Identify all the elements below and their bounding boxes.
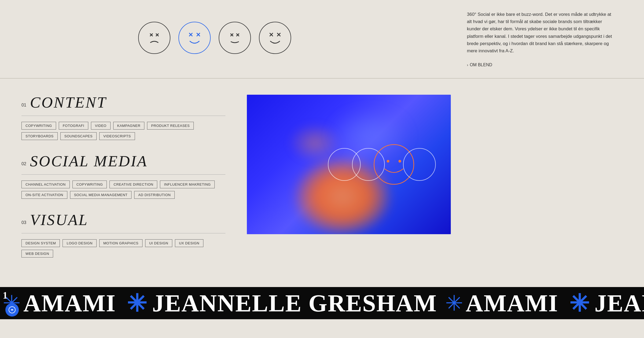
logo-icon [8,306,16,314]
visual-header: 03 VISUAL [21,212,225,228]
tag-fotografi[interactable]: FOTOGRAFI [59,122,88,130]
content-divider [21,116,225,116]
content-tags: COPYWRITING FOTOGRAFI VIDEO KAMPAGNER PR… [21,122,225,140]
visual-divider [21,233,225,233]
visual-tags: DESIGN SYSTEM LOGO DESIGN MOTION GRAPHIC… [21,239,225,258]
tag-web-design[interactable]: WEB DESIGN [21,250,53,258]
tag-videoscripts[interactable]: VIDEOSCRIPTS [99,132,135,140]
content-title: CONTENT [30,95,107,110]
content-number: 01 [21,103,26,108]
tag-ui-design[interactable]: UI DESIGN [145,239,172,247]
footer-logo [5,303,19,317]
face-2-active[interactable] [178,22,211,54]
tag-design-system[interactable]: DESIGN SYSTEM [21,239,60,247]
description-text: 360° Social er ikke bare et buzz-word. D… [467,11,617,54]
svg-point-21 [403,148,436,181]
om-blend-link[interactable]: › OM BLEND [467,63,617,67]
left-panel: 01 CONTENT COPYWRITING FOTOGRAFI VIDEO K… [21,95,225,271]
marquee-track: ✳ AMAMI ✳ JEANNELLE GRESHAM ✳ AMAMI ✳ JE… [0,289,644,317]
footer-marquee: 1 ✳ AMAMI ✳ JEANNELLE GRESHAM ✳ AMAMI ✳ … [0,287,644,319]
service-content: 01 CONTENT COPYWRITING FOTOGRAFI VIDEO K… [21,95,225,140]
hero-image [247,95,451,234]
smiley-group [327,143,437,186]
marquee-asterisk-2: ✳ [445,291,463,316]
face-1[interactable] [138,22,170,54]
tag-soundscapes[interactable]: SOUNDSCAPES [60,132,97,140]
tag-ux-design[interactable]: UX DESIGN [175,239,203,247]
tag-produkt-releases[interactable]: PRODUKT RELEASES [147,122,194,130]
top-section: 360° Social er ikke bare et buzz-word. D… [0,0,644,78]
tag-copywriting-2[interactable]: COPYWRITING [72,181,107,188]
marquee-jeannelle: JEANNELLE GRESHAM [152,289,437,317]
logo-circle [5,303,19,317]
text-area: 360° Social er ikke bare et buzz-word. D… [467,8,628,67]
marquee-star-2: ✳ [569,289,589,317]
tag-copywriting-1[interactable]: COPYWRITING [21,122,56,130]
main-section: 01 CONTENT COPYWRITING FOTOGRAFI VIDEO K… [0,79,644,287]
faces-area [16,8,467,67]
marquee-jeannelle-2: JEANNELLE GRESHAM [595,289,644,317]
tag-kampagner[interactable]: KAMPAGNER [113,122,145,130]
tag-creative-direction[interactable]: CREATIVE DIRECTION [109,181,157,188]
tag-channel-activation[interactable]: CHANNEL ACTIVATION [21,181,70,188]
tag-storyboards[interactable]: STORYBOARDS [21,132,58,140]
footer-number: 1 [3,290,8,301]
service-visual: 03 VISUAL DESIGN SYSTEM LOGO DESIGN MOTI… [21,212,225,258]
tag-social-media-management[interactable]: SOCIAL MEDIA MANAGEMENT [70,191,132,199]
smiley-circle-4 [402,147,437,182]
svg-point-20 [398,160,401,163]
social-media-divider [21,174,225,175]
service-social-media: 02 SOCIAL MEDIA CHANNEL ACTIVATION COPYW… [21,153,225,199]
right-panel [247,95,451,271]
chevron-icon: › [467,63,468,67]
face-3[interactable] [219,22,251,54]
tag-video[interactable]: VIDEO [91,122,111,130]
content-header: 01 CONTENT [21,95,225,110]
tag-motion-graphics[interactable]: MOTION GRAPHICS [99,239,142,247]
tag-logo-design[interactable]: LOGO DESIGN [63,239,97,247]
social-media-number: 02 [21,161,26,166]
tag-on-site-activation[interactable]: ON-SITE ACTIVATION [21,191,67,199]
social-media-title: SOCIAL MEDIA [30,153,148,169]
marquee-amami-2: AMAMI [466,289,558,317]
visual-title: VISUAL [30,212,88,228]
svg-point-19 [387,160,389,163]
image-background [247,95,451,234]
face-4[interactable] [259,22,291,54]
marquee-star: ✳ [127,289,147,317]
om-blend-label: OM BLEND [470,63,492,67]
marquee-amami: AMAMI [23,289,116,317]
tag-influencer-makreting[interactable]: INFLUENCER MAKRETING [160,181,215,188]
visual-number: 03 [21,220,26,225]
social-media-tags: CHANNEL ACTIVATION COPYWRITING CREATIVE … [21,181,225,199]
social-media-header: 02 SOCIAL MEDIA [21,153,225,169]
tag-ad-distribution[interactable]: AD DISTRIBUTION [134,191,175,199]
